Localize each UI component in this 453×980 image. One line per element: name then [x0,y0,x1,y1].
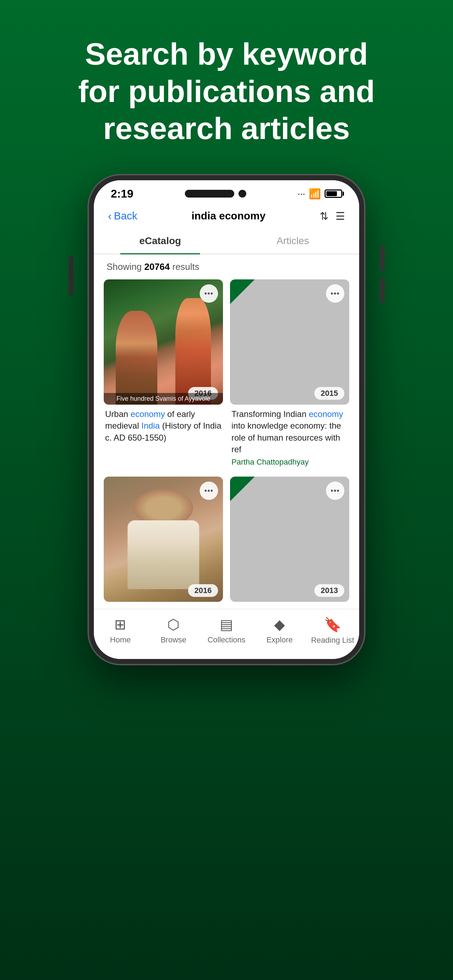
notch [185,190,246,197]
card-4-image: ••• 2013 [230,477,349,602]
filter-icon[interactable]: ☰ [335,210,345,222]
reading-list-icon: 🔖 [324,616,342,633]
status-time: 2:19 [111,187,134,200]
card-1-image: ••• 2016 Five hundred Svamis of Ayyavole [104,279,223,405]
bottom-nav: ⊞ Home ⬡ Browse ▤ Collections ◆ Explore … [94,609,359,659]
collections-label: Collections [207,635,246,644]
card-1-title: Urban economy of early medieval India (H… [104,405,223,445]
green-corner-2-icon [230,477,255,501]
bottom-nav-reading-list[interactable]: 🔖 Reading List [306,616,359,645]
bottom-nav-explore[interactable]: ◆ Explore [253,616,306,645]
card-2-author: Partha Chattopadhyay [230,457,349,469]
signal-icon: ··· [297,188,305,199]
phone-frame: 2:19 ··· 📶 ‹ Back india economy ⇅ [89,175,364,664]
battery-fill [326,191,337,196]
card-3-image: ••• 2016 [104,477,223,602]
bottom-nav-collections[interactable]: ▤ Collections [200,616,253,645]
result-card-3[interactable]: ••• 2016 [104,477,223,602]
card-3-menu-button[interactable]: ••• [200,482,218,500]
card-2-title: Transforming Indian economy into knowled… [230,405,349,457]
results-suffix: results [170,261,199,272]
card-2-menu-button[interactable]: ••• [326,284,344,303]
wifi-icon: 📶 [309,188,321,200]
home-icon: ⊞ [114,616,126,633]
notch-dot [238,190,246,197]
volume-up-button[interactable] [380,246,385,270]
card-3-year: 2016 [188,584,218,597]
result-card-2[interactable]: ••• 2015 Transforming Indian economy int… [230,279,349,469]
results-count: 20764 [144,261,170,272]
back-chevron-icon: ‹ [108,210,112,223]
notch-pill [185,190,234,197]
green-corner-icon [230,279,255,304]
card-2-image: ••• 2015 [230,279,349,405]
hero-text: Search by keyword for publications and r… [32,0,421,175]
power-button[interactable] [68,256,73,295]
reading-list-label: Reading List [311,636,354,645]
results-grid: ••• 2016 Five hundred Svamis of Ayyavole… [94,279,359,609]
back-label[interactable]: Back [114,210,138,222]
explore-label: Explore [266,635,293,644]
nav-actions: ⇅ ☰ [319,210,345,222]
result-card-4[interactable]: ••• 2013 [230,477,349,602]
card-1-caption: Five hundred Svamis of Ayyavole [104,393,223,405]
results-header: Showing 20764 results [94,255,359,279]
results-prefix: Showing [106,261,144,272]
status-bar: 2:19 ··· 📶 [94,180,359,204]
browse-label: Browse [161,635,186,644]
search-query-title: india economy [137,210,319,222]
card-2-year: 2015 [314,387,344,400]
browse-icon: ⬡ [167,616,180,633]
result-card-1[interactable]: ••• 2016 Five hundred Svamis of Ayyavole… [104,279,223,469]
sort-icon[interactable]: ⇅ [319,210,329,222]
collections-icon: ▤ [220,616,233,633]
volume-down-button[interactable] [380,278,385,302]
home-label: Home [110,635,131,644]
battery-icon [324,189,342,198]
status-icons: ··· 📶 [297,188,342,200]
explore-icon: ◆ [274,616,285,633]
back-button[interactable]: ‹ Back [108,210,137,223]
nav-bar: ‹ Back india economy ⇅ ☰ [94,204,359,228]
bottom-nav-browse[interactable]: ⬡ Browse [147,616,200,645]
card-4-year: 2013 [314,584,344,597]
tabs-bar: eCatalog Articles [94,228,359,255]
tab-articles[interactable]: Articles [227,228,359,254]
card-1-menu-button[interactable]: ••• [200,284,218,303]
bottom-nav-home[interactable]: ⊞ Home [94,616,147,645]
phone-wrapper: 2:19 ··· 📶 ‹ Back india economy ⇅ [75,175,378,980]
card-4-menu-button[interactable]: ••• [326,482,344,500]
tab-ecatalog[interactable]: eCatalog [94,228,227,254]
